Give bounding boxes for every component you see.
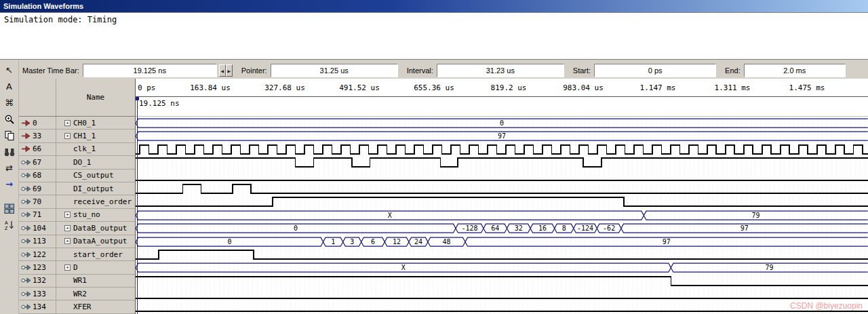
binoculars-icon: [4, 146, 15, 157]
interval-field[interactable]: 31.23 us: [437, 64, 564, 77]
right-arrow-icon: →: [5, 180, 13, 189]
start-field[interactable]: 0 ps: [594, 64, 716, 77]
find-button[interactable]: [2, 144, 17, 159]
signal-row-CH0_1[interactable]: 0+CH0_1: [19, 117, 135, 130]
swap-arrows-icon: ⇄: [5, 163, 13, 172]
svg-text:32: 32: [515, 224, 523, 232]
signal-row-clk_1[interactable]: 66+clk_1: [19, 143, 135, 156]
window-titlebar[interactable]: Simulation Waveforms: [0, 0, 868, 12]
signal-row-WR1[interactable]: 132+WR1: [19, 275, 135, 288]
signal-number: 33: [33, 132, 41, 140]
waveform-edit-icon: ⌘: [5, 98, 14, 107]
waveform-row-DO_1[interactable]: [136, 156, 868, 169]
waveform-row-XFER[interactable]: [136, 300, 868, 313]
timeline-tick: 655.36 us: [414, 83, 454, 92]
sort-button[interactable]: AZ: [2, 218, 17, 232]
timeline-tick: 327.68 us: [264, 83, 305, 92]
interval-label: Interval:: [407, 66, 433, 75]
master-time-bar-value: 19.125 ns: [134, 66, 166, 75]
signal-row-receive_order[interactable]: 70+receive_order: [19, 195, 135, 208]
waveform-row-WR1[interactable]: [136, 275, 868, 288]
signal-row-start_order[interactable]: 122+start_order: [19, 248, 135, 261]
master-time-bar-field[interactable]: 19.125 ns: [83, 64, 217, 77]
signal-id-cell: 68: [19, 170, 56, 182]
signal-number: 70: [33, 197, 41, 206]
svg-text:X: X: [388, 212, 392, 219]
signal-table-body: 0+CH0_133+CH1_166+clk_167+DO_168+CS_outp…: [19, 117, 135, 314]
waveform-row-D[interactable]: X79: [136, 261, 868, 274]
zoom-tool-button[interactable]: [2, 112, 17, 126]
waveform-row-DataB_output[interactable]: 0-1286432168-124-6297: [136, 222, 868, 235]
signal-name-cell: +CS_output: [56, 170, 135, 182]
timeline-ruler[interactable]: 0 ps163.84 us327.68 us491.52 us655.36 us…: [136, 79, 868, 97]
svg-text:X: X: [401, 264, 406, 272]
waveform-row-DI_output[interactable]: [136, 182, 868, 195]
cursor-arrow-icon: ↖: [5, 66, 13, 75]
signal-name: D: [73, 263, 78, 272]
spin-right-button[interactable]: ▶: [226, 64, 233, 77]
duplicate-button[interactable]: [2, 128, 17, 142]
pointer-field[interactable]: 31.25 us: [271, 64, 398, 77]
display-options-button[interactable]: [2, 201, 17, 216]
signal-row-DataA_output[interactable]: 113+DataA_output: [19, 235, 135, 248]
waveform-row-WR2[interactable]: [136, 288, 868, 300]
spin-left-button[interactable]: ◀: [219, 64, 226, 77]
waveform-panel: Name 0+CH0_133+CH1_166+clk_167+DO_168+CS…: [19, 79, 868, 314]
expand-toggle[interactable]: +: [64, 238, 71, 244]
timeline-tick: 1.147 ms: [640, 83, 676, 92]
waveform-row-receive_order[interactable]: [136, 195, 868, 208]
replace-button[interactable]: ⇄: [2, 161, 17, 175]
expand-toggle[interactable]: +: [64, 264, 71, 271]
signal-row-CS_output[interactable]: 68+CS_output: [19, 170, 135, 182]
text-tool-button[interactable]: A: [2, 79, 17, 94]
end-field[interactable]: 2.0 ms: [744, 64, 846, 77]
svg-text:3: 3: [350, 238, 354, 246]
waveform-row-clk_1[interactable]: [136, 143, 868, 156]
waveform-row-DataA_output[interactable]: 013612244897: [136, 235, 868, 248]
waveform-row-CS_output[interactable]: [136, 170, 868, 182]
signal-row-WR2[interactable]: 133+WR2: [19, 288, 135, 300]
svg-text:-128: -128: [461, 224, 477, 232]
expand-toggle[interactable]: +: [64, 225, 71, 231]
waveform-edit-tool-button[interactable]: ⌘: [2, 96, 17, 110]
signal-name-cell: +DataB_output: [56, 222, 135, 234]
end-value: 2.0 ms: [783, 66, 806, 75]
signal-row-CH1_1[interactable]: 33+CH1_1: [19, 130, 135, 142]
selection-tool-button[interactable]: ↖: [2, 63, 17, 77]
signal-id-cell: 69: [19, 182, 56, 195]
signal-name: clk_1: [73, 144, 96, 153]
timeline-tick: 1.311 ms: [715, 83, 751, 92]
waveform-row-CH0_1[interactable]: 0: [136, 117, 868, 130]
expand-toggle[interactable]: +: [64, 133, 71, 139]
signal-id-cell: 133: [19, 288, 56, 300]
signal-name: WR1: [73, 276, 87, 285]
signal-row-stu_no[interactable]: 71+stu_no: [19, 209, 135, 222]
time-cursor-row[interactable]: 19.125 ns: [136, 97, 868, 117]
signal-row-DI_output[interactable]: 69+DI_output: [19, 182, 135, 195]
svg-text:1: 1: [331, 238, 335, 246]
svg-text:-124: -124: [577, 224, 593, 232]
waveform-row-stu_no[interactable]: X79: [136, 209, 868, 222]
expand-toggle[interactable]: +: [64, 212, 71, 218]
signal-id-cell: 123: [19, 261, 56, 273]
timeline-tick: 1.475 ms: [789, 83, 825, 92]
signal-row-DataB_output[interactable]: 104+DataB_output: [19, 222, 135, 235]
waveform-row-CH1_1[interactable]: 97: [136, 130, 868, 142]
output-pin-icon: [21, 224, 31, 232]
master-time-cursor-handle[interactable]: [136, 97, 139, 100]
output-pin-icon: [21, 211, 31, 218]
signal-name-cell: +receive_order: [56, 195, 135, 208]
signal-row-D[interactable]: 123+D: [19, 261, 135, 274]
waveform-row-start_order[interactable]: [136, 248, 868, 261]
signal-id-cell: 71: [19, 209, 56, 221]
pointer-value: 31.25 us: [320, 66, 349, 75]
expand-toggle[interactable]: +: [64, 120, 71, 126]
signal-row-DO_1[interactable]: 67+DO_1: [19, 156, 135, 169]
output-pin-icon: [21, 277, 31, 284]
master-time-cursor-line[interactable]: [137, 97, 138, 314]
signal-name-cell: +stu_no: [56, 209, 135, 221]
go-to-transition-button[interactable]: →: [2, 177, 17, 191]
signal-row-XFER[interactable]: 134+XFER: [19, 300, 135, 313]
signal-number: 104: [33, 224, 46, 233]
signal-id-cell: 113: [19, 235, 56, 248]
